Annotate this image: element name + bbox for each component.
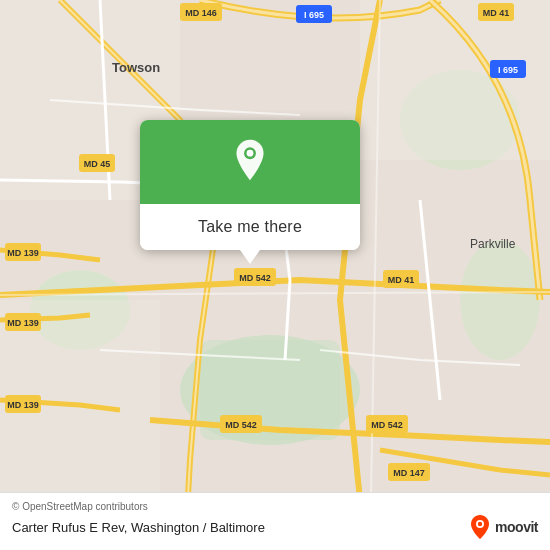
svg-point-40 xyxy=(247,150,254,157)
svg-text:MD 542: MD 542 xyxy=(371,420,403,430)
svg-text:MD 542: MD 542 xyxy=(225,420,257,430)
svg-text:MD 146: MD 146 xyxy=(185,8,217,18)
svg-text:MD 139: MD 139 xyxy=(7,248,39,258)
popup-bottom: Take me there xyxy=(140,204,360,250)
popup-top xyxy=(140,120,360,204)
moovit-text: moovit xyxy=(495,519,538,535)
svg-text:MD 41: MD 41 xyxy=(388,275,415,285)
svg-text:MD 147: MD 147 xyxy=(393,468,425,478)
location-name-row: Carter Rufus E Rev, Washington / Baltimo… xyxy=(12,514,538,540)
take-me-there-button[interactable]: Take me there xyxy=(198,218,302,236)
svg-text:MD 139: MD 139 xyxy=(7,400,39,410)
map-container: MD 146 I 695 I 695 MD 41 MD 45 MD 542 MD… xyxy=(0,0,550,550)
svg-text:I 695: I 695 xyxy=(498,65,518,75)
popup-tail xyxy=(240,250,260,264)
map-background: MD 146 I 695 I 695 MD 41 MD 45 MD 542 MD… xyxy=(0,0,550,550)
svg-point-4 xyxy=(460,240,540,360)
moovit-pin-icon xyxy=(469,514,491,540)
svg-text:MD 41: MD 41 xyxy=(483,8,510,18)
svg-point-42 xyxy=(478,522,482,526)
copyright-text: © OpenStreetMap contributors xyxy=(12,501,538,512)
svg-text:MD 139: MD 139 xyxy=(7,318,39,328)
svg-text:MD 542: MD 542 xyxy=(239,273,271,283)
svg-text:I 695: I 695 xyxy=(304,10,324,20)
bottom-bar: © OpenStreetMap contributors Carter Rufu… xyxy=(0,492,550,550)
svg-text:Parkville: Parkville xyxy=(470,237,516,251)
popup-card: Take me there xyxy=(140,120,360,250)
location-name: Carter Rufus E Rev, Washington / Baltimo… xyxy=(12,520,265,535)
svg-text:Towson: Towson xyxy=(112,60,160,75)
location-pin-icon xyxy=(228,138,272,182)
moovit-logo: moovit xyxy=(469,514,538,540)
svg-text:MD 45: MD 45 xyxy=(84,159,111,169)
